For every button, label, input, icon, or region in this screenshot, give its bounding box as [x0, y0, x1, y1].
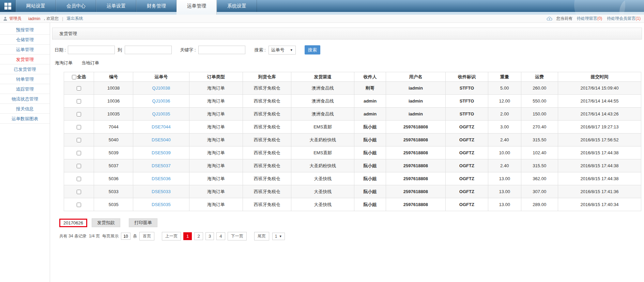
nav-tab-运单管理[interactable]: 运单管理 — [177, 0, 217, 15]
cell-user: iadmin — [386, 108, 445, 121]
deduct-button[interactable]: 发货扣款 — [92, 218, 120, 227]
waybill-link[interactable]: DSE5033 — [152, 189, 171, 194]
cell-fee: 315.50 — [521, 134, 558, 146]
sidebar-item-预报管理[interactable]: 预报管理 — [0, 25, 50, 35]
sidebar-item-仓储管理[interactable]: 仓储管理 — [0, 35, 50, 45]
nav-tab-系统设置[interactable]: 系统设置 — [217, 0, 257, 12]
row-checkbox[interactable] — [77, 151, 81, 155]
shipment-table: 全选编号运单号订单类型到货仓库发货渠道收件人用户名收件标识重量运费提交时间 10… — [64, 72, 641, 211]
cell-channel: 大圣奶粉快线 — [291, 159, 354, 172]
row-checkbox[interactable] — [77, 99, 81, 104]
top-bar: 网站设置会员中心运单设置财务管理运单管理系统设置 — [0, 0, 644, 15]
cell-type: 海淘订单 — [189, 134, 243, 146]
print-label-button[interactable]: 打印面单 — [129, 218, 157, 227]
cell-waybill: DSE7044 — [133, 121, 189, 134]
cell-weight: 10.00 — [488, 146, 521, 159]
cell-recipient: 阮小姐 — [354, 198, 386, 211]
sidebar-item-运单数据图表[interactable]: 运单数据图表 — [0, 114, 50, 124]
waybill-link[interactable]: QJ10036 — [152, 98, 170, 104]
notice-link[interactable]: 待处理会员留言(1) — [607, 16, 641, 21]
sidebar-item-转单管理[interactable]: 转单管理 — [0, 74, 50, 84]
cell-waybill: QJ10035 — [133, 108, 189, 121]
page-number-1[interactable]: 1 — [183, 232, 192, 240]
logout-link[interactable]: 退出系统 — [66, 16, 83, 21]
batch-date-input[interactable] — [59, 219, 87, 227]
cell-warehouse: 西班牙免税仓 — [243, 82, 291, 95]
cloud-upload-icon — [547, 16, 552, 21]
cell-weight: 2.00 — [488, 108, 521, 121]
waybill-link[interactable]: DSE5039 — [152, 150, 171, 155]
waybill-link[interactable]: QJ10035 — [152, 111, 170, 116]
nav-tab-会员中心[interactable]: 会员中心 — [56, 0, 96, 12]
search-type-label: 搜索 : — [254, 47, 265, 53]
cell-id: 5035 — [94, 198, 133, 211]
cell-id: 10035 — [94, 108, 133, 121]
keyword-input[interactable] — [198, 46, 245, 54]
row-checkbox[interactable] — [77, 112, 81, 116]
sidebar-item-运单管理[interactable]: 运单管理 — [0, 45, 50, 54]
cell-warehouse: 西班牙免税仓 — [243, 134, 291, 146]
row-checkbox[interactable] — [77, 86, 81, 91]
sidebar-item-追踪管理[interactable]: 追踪管理 — [0, 84, 50, 94]
nav-tab-财务管理[interactable]: 财务管理 — [136, 0, 177, 12]
cell-recipient: 阮小姐 — [354, 134, 386, 146]
cell-fee: 270.40 — [521, 121, 558, 134]
row-checkbox[interactable] — [77, 138, 81, 142]
column-header-订单类型: 订单类型 — [189, 72, 243, 82]
first-page-button[interactable]: 首页 — [139, 232, 154, 240]
search-type-select[interactable]: 运单号 ▼ — [269, 46, 296, 54]
order-tab-当地订单[interactable]: 当地订单 — [81, 60, 99, 66]
waybill-link[interactable]: DSE5036 — [152, 176, 171, 181]
waybill-link[interactable]: QJ10038 — [152, 85, 170, 91]
per-page-unit: 条 — [133, 233, 137, 239]
page-number-2[interactable]: 2 — [194, 232, 203, 240]
last-page-button[interactable]: 尾页 — [254, 232, 269, 240]
date-to-input[interactable] — [125, 46, 172, 54]
cell-weight: 13.00 — [488, 172, 521, 185]
select-all-checkbox[interactable] — [72, 75, 76, 79]
waybill-link[interactable]: DSE5040 — [152, 137, 171, 142]
row-checkbox[interactable] — [77, 125, 81, 129]
cell-recipient: admin — [354, 108, 386, 121]
page-number-3[interactable]: 3 — [205, 232, 214, 240]
prev-page-button[interactable]: 上一页 — [162, 232, 181, 240]
cell-id: 5039 — [94, 146, 133, 159]
decorative-circle — [619, 0, 644, 15]
waybill-link[interactable]: DSE5035 — [152, 202, 171, 207]
nav-tab-运单设置[interactable]: 运单设置 — [96, 0, 136, 12]
next-page-button[interactable]: 下一页 — [228, 232, 247, 240]
waybill-link[interactable]: DSE7044 — [152, 124, 171, 129]
chevron-down-icon: ▼ — [290, 48, 293, 52]
row-checkbox[interactable] — [77, 190, 81, 194]
sidebar-item-发货管理[interactable]: 发货管理 — [0, 54, 50, 64]
cell-mark: OGFTZ — [445, 172, 488, 185]
row-checkbox[interactable] — [77, 177, 81, 181]
app-menu-button[interactable] — [0, 0, 16, 12]
cell-channel: EMS直邮 — [291, 146, 354, 159]
waybill-link[interactable]: DSE5037 — [152, 163, 171, 168]
cell-id: 5037 — [94, 159, 133, 172]
row-checkbox[interactable] — [77, 203, 81, 207]
nav-tab-网站设置[interactable]: 网站设置 — [16, 0, 56, 12]
order-tab-海淘订单[interactable]: 海淘订单 — [55, 60, 73, 66]
page-indicator: 1/4 页 — [89, 233, 100, 239]
cell-user: iadmin — [386, 95, 445, 108]
page-number-4[interactable]: 4 — [216, 232, 225, 240]
search-button[interactable]: 搜索 — [305, 45, 320, 54]
page-jump-select[interactable]: 1 ▼ — [272, 233, 285, 240]
column-header-全选: 全选 — [64, 72, 94, 82]
per-page-input[interactable] — [121, 233, 131, 240]
row-checkbox[interactable] — [77, 164, 81, 168]
notice-link[interactable]: 待处理留言(0) — [577, 16, 602, 21]
column-header-提交时间: 提交时间 — [558, 72, 641, 82]
date-from-input[interactable] — [68, 46, 115, 54]
cell-type: 海淘订单 — [189, 172, 243, 185]
cell-weight: 2.40 — [488, 159, 521, 172]
cell-mark: STFTO — [445, 108, 488, 121]
sidebar-item-报关信息[interactable]: 报关信息 — [0, 104, 50, 114]
main-nav: 网站设置会员中心运单设置财务管理运单管理系统设置 — [0, 0, 644, 12]
sidebar-item-物流状态管理[interactable]: 物流状态管理 — [0, 94, 50, 104]
sidebar-item-已发货管理[interactable]: 已发货管理 — [0, 64, 50, 74]
cell-waybill: QJ10036 — [133, 95, 189, 108]
column-header-到货仓库: 到货仓库 — [243, 72, 291, 82]
